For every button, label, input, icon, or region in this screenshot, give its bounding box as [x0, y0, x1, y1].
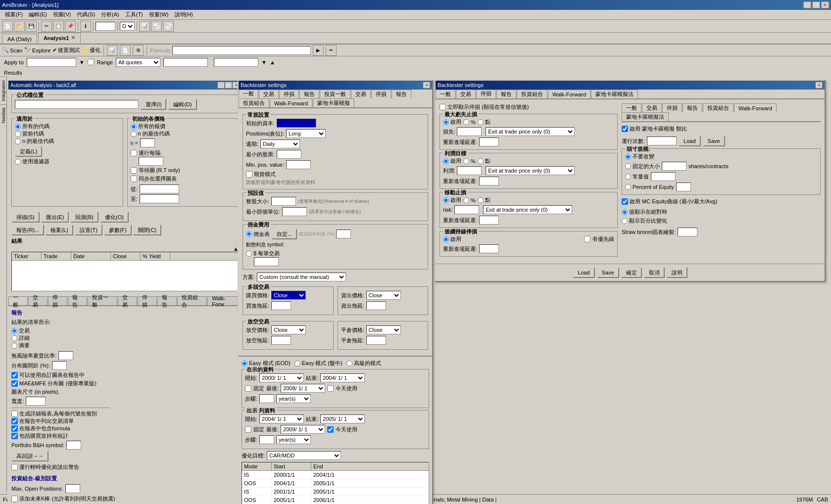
- straw-broom-input[interactable]: 0: [678, 228, 697, 236]
- report-btn[interactable]: 📄: [120, 45, 131, 56]
- tab-close-icon[interactable]: ✕: [71, 35, 75, 41]
- radio-filter[interactable]: [15, 159, 21, 165]
- lot-size-input[interactable]: 0: [271, 197, 296, 206]
- save-btn[interactable]: 💾: [26, 21, 37, 32]
- symbol-combo[interactable]: *All symbols: [27, 58, 76, 67]
- backtest-action-btn[interactable]: 回測(B): [70, 212, 98, 223]
- pt-point-radio[interactable]: [478, 158, 484, 164]
- pt-enable-radio[interactable]: [443, 158, 449, 164]
- optimize-btn[interactable]: ⭐ 優化: [82, 46, 100, 54]
- results-scroll-up[interactable]: ▲: [11, 246, 239, 252]
- range-select[interactable]: All quotes: [116, 58, 160, 67]
- pt-re-entry-input[interactable]: 0: [479, 177, 499, 185]
- formula-path-input[interactable]: Formulas\back2.afl: [15, 100, 139, 109]
- interval-input[interactable]: 5min: [139, 157, 163, 166]
- mc-tab-report[interactable]: 報告: [683, 103, 702, 112]
- nbar-enable-radio[interactable]: [443, 236, 449, 242]
- scan-btn[interactable]: 🔍 Scan: [2, 47, 22, 53]
- date-from-input[interactable]: 2015/12/ 3: [140, 184, 179, 193]
- no-change-radio[interactable]: [625, 154, 631, 160]
- select-btn[interactable]: 選擇(I): [141, 99, 166, 110]
- bt-tab-walkfwd[interactable]: Walk-Forward: [270, 98, 312, 107]
- explore-btn[interactable]: 🔭 Explore: [24, 47, 50, 53]
- menu-help[interactable]: 說明(H): [172, 10, 196, 19]
- mc-load-btn[interactable]: Load: [679, 136, 700, 146]
- mc-tab-walkfwd[interactable]: Walk-Forward: [734, 103, 777, 112]
- ml-point-radio[interactable]: [478, 119, 484, 125]
- risk-input[interactable]: 0: [454, 205, 479, 214]
- goto-btn[interactable]: 高回訓→→: [11, 451, 49, 461]
- analysis-tab-stoploss2[interactable]: 停損: [138, 296, 157, 305]
- min-lot-input[interactable]: 0: [282, 207, 307, 216]
- analysis-min-btn[interactable]: _: [218, 82, 225, 89]
- mc-tab-monte[interactable]: 蒙地卡羅模擬法: [622, 112, 669, 121]
- fixed-size-input[interactable]: 100: [662, 162, 686, 171]
- commission-table-radio[interactable]: [246, 231, 252, 237]
- easy-eod-radio[interactable]: [242, 361, 247, 367]
- wait-check[interactable]: [131, 167, 137, 174]
- mc-save-btn[interactable]: Save: [703, 136, 725, 146]
- backtester-close-btn[interactable]: ✕: [423, 82, 430, 89]
- sync-check[interactable]: [131, 176, 137, 182]
- copy-btn[interactable]: 📋: [53, 21, 64, 32]
- report-btn2[interactable]: 報告(R)...: [11, 225, 44, 235]
- open-btn[interactable]: 📂: [14, 21, 25, 32]
- analysis-tab-invest[interactable]: 投資一般: [88, 296, 117, 305]
- pt-percent-radio[interactable]: [463, 158, 469, 164]
- rp-save-btn[interactable]: Save: [597, 267, 619, 278]
- max-open-input[interactable]: 1: [65, 484, 80, 493]
- easy-mid-radio[interactable]: [294, 361, 300, 367]
- is-step-input[interactable]: 1: [259, 394, 274, 403]
- rp-load-btn[interactable]: Load: [573, 267, 594, 278]
- percent-equity-radio[interactable]: [625, 184, 631, 190]
- rp-tab-walkfwd[interactable]: Walk-Forward: [548, 90, 590, 98]
- chart-btn3[interactable]: 📉: [163, 21, 174, 32]
- initial-capital-input[interactable]: 10000: [277, 119, 316, 128]
- portfolio-stats-check[interactable]: [11, 433, 18, 439]
- ts-percent-radio[interactable]: [463, 197, 469, 203]
- rp-tab-portfolio[interactable]: 投資組合: [517, 90, 547, 98]
- analysis-tab-report2[interactable]: 報告: [157, 296, 177, 305]
- radio-n-best[interactable]: [131, 131, 137, 137]
- risk-ratio-input[interactable]: 5: [58, 351, 73, 360]
- cover-delay-input[interactable]: 0: [366, 336, 386, 345]
- close-btn[interactable]: ✕: [821, 1, 829, 8]
- cut-btn[interactable]: ✂: [41, 21, 52, 32]
- advanced-radio[interactable]: [346, 361, 352, 367]
- interval-select[interactable]: D: [120, 22, 135, 31]
- radio-current[interactable]: [15, 131, 21, 137]
- oos-year-select[interactable]: year(s): [276, 435, 311, 444]
- analysis-tab-general[interactable]: 一般: [8, 296, 28, 305]
- detail-radio[interactable]: [11, 335, 17, 341]
- tab-analysis1[interactable]: Analysis1 ✕: [38, 33, 81, 44]
- custom-commission-btn[interactable]: 自定...: [272, 229, 297, 239]
- priority-check[interactable]: [584, 236, 590, 242]
- bt-tab-trade2[interactable]: 交易: [351, 90, 371, 98]
- nbar-re-entry-input[interactable]: 0: [479, 244, 499, 253]
- oos-end-select[interactable]: 2005/ 1/ 1: [320, 414, 365, 423]
- min-pos-input[interactable]: 0: [286, 160, 311, 169]
- edit-btn[interactable]: 編輯(D): [168, 99, 196, 110]
- buy-delay-input[interactable]: 0: [271, 301, 291, 310]
- step-up-icon[interactable]: ▲: [270, 59, 275, 65]
- oos-latest-select[interactable]: 2009/ 1/ 1: [281, 425, 325, 434]
- settings-action-btn[interactable]: 設置(T): [75, 225, 102, 235]
- analysis-tab-trade2[interactable]: 交易: [118, 296, 137, 305]
- date-to-input[interactable]: 2015/12/ 3: [140, 194, 179, 203]
- rp-tab-general[interactable]: 一般: [436, 90, 455, 98]
- date2-input[interactable]: 2015/12/ 3: [214, 58, 258, 67]
- menu-tools[interactable]: 工具(T): [122, 10, 146, 19]
- cash-value-input[interactable]: 0: [254, 257, 279, 266]
- bt-tab-stoploss2[interactable]: 停損: [371, 90, 391, 98]
- ml-enable-radio[interactable]: [443, 119, 449, 125]
- trade-radio[interactable]: [11, 328, 17, 334]
- formula-path[interactable]: Formulas\Custom\back2.afl: [172, 46, 311, 55]
- rp-confirm-btn[interactable]: 確定: [621, 267, 642, 278]
- bt-tab-report[interactable]: 報告: [299, 90, 319, 98]
- is-latest-select[interactable]: 2008/ 1/ 1: [281, 384, 325, 393]
- short-price-select[interactable]: Close: [271, 325, 306, 334]
- bt-tab-trade[interactable]: 交易: [259, 90, 279, 98]
- run-warning-check[interactable]: [11, 464, 18, 470]
- is-year-select[interactable]: year(s): [276, 394, 311, 403]
- list-trades-check[interactable]: [11, 418, 18, 424]
